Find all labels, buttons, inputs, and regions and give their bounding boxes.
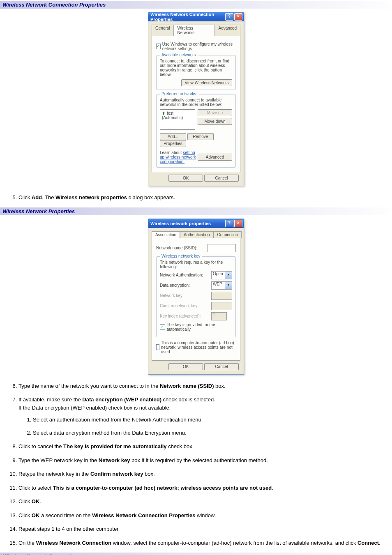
instruction-list-top: Click Add. The Wireless network properti…	[8, 193, 384, 202]
ok-button[interactable]: OK	[168, 363, 203, 370]
properties-button[interactable]: Properties	[160, 140, 186, 147]
network-icon: ⬆	[162, 111, 165, 115]
advanced-button[interactable]: Advanced	[198, 154, 232, 161]
network-key-label: Network key:	[160, 293, 211, 298]
remove-button[interactable]: Remove	[187, 133, 214, 140]
use-windows-checkbox[interactable]: ✓	[156, 44, 161, 49]
dialog1-title: Wireless Network Connection Properties	[150, 12, 225, 22]
connection-properties-dialog: Wireless Network Connection Properties ?…	[148, 12, 244, 186]
key-text: This network requires a key for the foll…	[160, 260, 232, 269]
step-15: On the Wireless Network Connection windo…	[18, 539, 384, 547]
dialog2-title: Wireless network properties	[150, 221, 211, 226]
help-icon[interactable]: ?	[225, 13, 233, 21]
cancel-button[interactable]: Cancel	[204, 175, 239, 182]
chevron-down-icon[interactable]: ▾	[225, 281, 232, 290]
close-icon[interactable]: ×	[234, 13, 242, 21]
step-7-1: Select an authentication method from the…	[33, 416, 384, 424]
auth-label: Network Authentication:	[160, 273, 211, 277]
instruction-list-main: Type the name of the network you want to…	[8, 382, 384, 547]
section-header-1: Wireless Network Connection Properties	[0, 1, 392, 9]
dialog2-titlebar: Wireless network properties ? ×	[148, 219, 244, 228]
step-10: Retype the network key in the Confirm ne…	[18, 470, 384, 478]
step-5: Click Add. The Wireless network properti…	[18, 193, 384, 202]
network-key-input	[211, 292, 232, 300]
step-13: Click OK a second time on the Wireless N…	[18, 511, 384, 520]
ok-button[interactable]: OK	[168, 175, 203, 182]
step-9: Type the WEP network key in the Network …	[18, 456, 384, 465]
section-header-2: Wireless Network Properties	[0, 207, 392, 215]
chevron-down-icon[interactable]: ▾	[225, 271, 232, 279]
use-windows-label: Use Windows to configure my wireless net…	[162, 42, 236, 51]
key-provided-checkbox[interactable]: ✓	[160, 324, 165, 330]
wireless-key-group: Wireless network key This network requir…	[156, 256, 236, 337]
auth-select[interactable]: Open	[211, 271, 225, 279]
ssid-input[interactable]	[208, 244, 236, 252]
ssid-label: Network name (SSID):	[156, 246, 208, 250]
dialog1-container: Wireless Network Connection Properties ?…	[0, 9, 392, 189]
cancel-button[interactable]: Cancel	[204, 363, 239, 370]
key-legend: Wireless network key	[160, 254, 202, 258]
tab-association[interactable]: Association	[152, 231, 180, 238]
dialog2-container: Wireless network properties ? × Associat…	[0, 215, 392, 378]
step-6: Type the name of the network you want to…	[18, 382, 384, 390]
key-provided-label: The key is provided for me automatically	[167, 322, 232, 332]
step-7-2: Select a data encryption method from the…	[33, 429, 384, 437]
step-7-sublist: Select an authentication method from the…	[23, 416, 384, 437]
preferred-list[interactable]: ⬆test (Automatic)	[160, 109, 195, 130]
tab-connection[interactable]: Connection	[214, 231, 242, 238]
confirm-key-label: Confirm network key:	[160, 304, 211, 308]
preferred-legend: Preferred networks:	[160, 92, 199, 96]
dialog1-titlebar: Wireless Network Connection Properties ?…	[148, 12, 244, 21]
add-button[interactable]: Add...	[160, 133, 186, 140]
available-networks-group: Available networks: To connect to, disco…	[156, 55, 236, 90]
list-item[interactable]: ⬆test (Automatic)	[161, 111, 194, 120]
available-text: To connect to, disconnect from, or find …	[160, 59, 232, 77]
preferred-text: Automatically connect to available netwo…	[160, 98, 232, 107]
enc-select[interactable]: WEP	[211, 281, 225, 290]
step-8: Click to cancel the The key is provided …	[18, 442, 384, 451]
adhoc-label: This is a computer-to-computer (ad hoc) …	[161, 341, 236, 354]
step-7: If available, make sure the Data encrypt…	[18, 396, 384, 437]
view-wireless-button[interactable]: View Wireless Networks	[181, 79, 232, 86]
section-header-3: Wireless Network Connection	[0, 553, 392, 555]
confirm-key-input	[211, 302, 232, 310]
preferred-networks-group: Preferred networks: Automatically connec…	[156, 94, 236, 168]
step-14: Repeat steps 1 to 4 on the other compute…	[18, 525, 384, 533]
tab-advanced[interactable]: Advanced	[215, 25, 240, 36]
key-index-label: Key index (advanced):	[160, 314, 211, 318]
key-index-input: 1	[211, 312, 227, 320]
learn-text: Learn about	[160, 150, 183, 155]
close-icon[interactable]: ×	[234, 220, 242, 227]
help-icon[interactable]: ?	[225, 220, 233, 227]
enc-label: Data encryption:	[160, 283, 211, 288]
tab-wireless-networks[interactable]: Wireless Networks	[174, 25, 215, 36]
available-legend: Available networks:	[160, 53, 198, 57]
move-down-button[interactable]: Move down	[198, 118, 232, 125]
tab-authentication[interactable]: Authentication	[180, 231, 213, 238]
step-12: Click OK.	[18, 497, 384, 506]
network-properties-dialog: Wireless network properties ? × Associat…	[148, 219, 244, 375]
adhoc-checkbox[interactable]	[156, 344, 159, 350]
tab-general[interactable]: General	[152, 25, 174, 36]
move-up-button[interactable]: Move up	[198, 109, 232, 116]
step-11: Click to select This is a computer-to-co…	[18, 484, 384, 492]
